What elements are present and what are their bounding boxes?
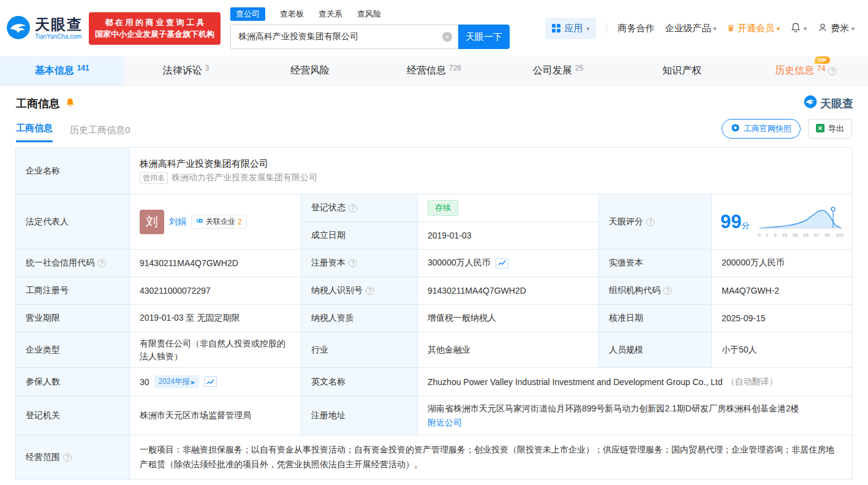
search-button[interactable]: 天眼一下 (458, 25, 510, 49)
value-text: 增值税一般纳税人 (428, 313, 496, 324)
tab-legal[interactable]: 法律诉讼 3 (124, 56, 247, 85)
apps-label: 应用 (564, 23, 583, 34)
search-tab-risk[interactable]: 查风险 (357, 7, 381, 21)
address-label: 注册地址 (301, 396, 418, 435)
value-text: 2019-01-03 至 无固定期限 (140, 313, 240, 324)
company-name: 株洲高科产业投资集团有限公司 (140, 158, 268, 170)
label-text: 行业 (311, 345, 328, 356)
label-text: 注册地址 (311, 410, 345, 421)
export-button[interactable]: 导出 (808, 119, 852, 139)
legal-rep-avatar[interactable]: 刘 (140, 210, 164, 234)
annual-report-badge[interactable]: 2024年报 ▸ (154, 375, 200, 388)
tab-intellectual-property[interactable]: 知识产权 (620, 56, 744, 85)
label-text: 企业名称 (26, 166, 60, 177)
tab-history-info[interactable]: 历史信息 VIP 74 ? (744, 56, 868, 85)
company-type-label: 企业类型 (16, 332, 130, 368)
excel-icon (816, 124, 825, 134)
snapshot-button[interactable]: 工商官网快照 (722, 119, 801, 139)
reg-status-label: 登记状态 ? (301, 194, 418, 222)
business-info-table: 企业名称 株洲高科产业投资集团有限公司 曾用名 株洲动力谷产业投资发展集团有限公… (15, 147, 853, 479)
promo-line1: 都 在 用 的 商 业 查 询 工 具 (95, 17, 214, 29)
credit-code-label: 统一社会信用代码 ? (16, 250, 130, 277)
tianyancha-logo-icon (6, 15, 31, 42)
approval-date-value: 2025-09-15 (712, 305, 853, 332)
subtab-history-business-info[interactable]: 历史工商信息0 (70, 124, 130, 142)
help-icon[interactable]: ? (97, 259, 106, 267)
subtab-business-info[interactable]: 工商信息 (16, 123, 53, 142)
paid-capital-value: 200000万人民币 (712, 250, 853, 277)
notifications-menu[interactable]: ▾ (790, 22, 807, 35)
approval-date-label: 核准日期 (599, 305, 712, 332)
tab-label: 历史信息 (775, 64, 814, 77)
label-text: 企业类型 (26, 345, 60, 356)
search-input[interactable] (230, 25, 458, 49)
insured-trend-icon[interactable] (204, 376, 217, 387)
help-icon[interactable]: ? (349, 259, 357, 267)
vip-label: 开通会员 (738, 23, 774, 34)
address-text: 湖南省株洲市天元区马家河街道仙月环路899号新马动力创新园2.1期D研发厂房株洲… (428, 402, 799, 415)
help-icon[interactable]: ? (828, 67, 837, 75)
subtab-row: 工商信息 历史工商信息0 工商官网快照 导出 (0, 116, 868, 142)
menu-enterprise[interactable]: 企业级产品 ▾ (665, 23, 716, 34)
related-companies-tag[interactable]: 关联企业 2 (191, 215, 247, 229)
help-icon[interactable]: ? (663, 286, 672, 295)
label-text: 成立日期 (311, 230, 345, 241)
help-icon[interactable]: ? (366, 286, 374, 295)
credit-code-value: 91430211MA4Q7GWH2D (130, 250, 301, 277)
tab-company-development[interactable]: 公司发展 25 (496, 56, 620, 85)
label-text: 工商注册号 (26, 285, 69, 296)
chevron-down-icon: ▾ (777, 25, 780, 32)
menu-vip[interactable]: ♛ 开通会员 ▾ (726, 23, 779, 34)
label-text: 参保人数 (26, 376, 60, 388)
value-text: 300000万人民币 (428, 258, 491, 269)
search-tab-boss[interactable]: 查老板 (280, 7, 304, 21)
nearby-companies-link[interactable]: 附近公司 (428, 418, 462, 429)
help-icon[interactable]: ? (349, 204, 357, 212)
former-name-tag: 曾用名 (140, 172, 168, 184)
legal-rep-name-link[interactable]: 刘娟 (169, 216, 186, 227)
apps-menu[interactable]: 应用 ▾ (545, 18, 596, 39)
chevron-down-icon: ▾ (713, 25, 716, 32)
search-tab-company[interactable]: 查公司 (230, 7, 265, 21)
company-name-value: 株洲高科产业投资集团有限公司 曾用名 株洲动力谷产业投资发展集团有限公司 (130, 148, 853, 194)
username-label: 费米 (831, 23, 849, 34)
cooperation-label: 商务合作 (617, 23, 654, 34)
snapshot-label: 工商官网快照 (744, 123, 791, 134)
logo-domain: TianYanCha.com (35, 33, 83, 40)
reg-authority-value: 株洲市天元区市场监督管理局 (130, 396, 301, 435)
value-text: 30 (140, 377, 149, 387)
tab-label: 基本信息 (35, 64, 74, 77)
value-text: 200000万人民币 (722, 258, 785, 269)
tab-label: 公司发展 (533, 64, 572, 77)
establish-date-value: 2019-01-03 (418, 222, 599, 250)
subscribe-bell-icon[interactable] (65, 97, 75, 110)
label-text: 登记状态 (311, 202, 345, 213)
chevron-down-icon: ▾ (586, 25, 589, 32)
help-icon[interactable]: ? (646, 218, 655, 226)
capital-trend-icon[interactable] (496, 258, 508, 269)
clear-icon[interactable]: × (442, 32, 452, 42)
taxpayer-quality-value: 增值税一般纳税人 (418, 305, 599, 332)
chevron-down-icon: ▾ (804, 25, 807, 32)
tab-count: 25 (575, 64, 583, 72)
value-text: 其他金融业 (428, 345, 470, 356)
label-text: 统一社会信用代码 (26, 258, 94, 269)
value-text: 2019-01-03 (428, 231, 472, 240)
tab-operation-info[interactable]: 经营信息 726 (372, 56, 496, 85)
help-icon[interactable]: ? (63, 453, 72, 462)
user-menu[interactable]: 费米 ▾ (817, 22, 855, 35)
search-tab-relation[interactable]: 查关系 (319, 7, 342, 21)
tianyancha-logo[interactable]: 天眼查 TianYanCha.com (6, 15, 83, 42)
enterprise-label: 企业级产品 (665, 23, 711, 34)
tab-operation-risk[interactable]: 经营风险 (248, 56, 372, 85)
user-icon (817, 22, 828, 35)
label-text: 法定代表人 (26, 216, 69, 227)
snapshot-badge-icon (731, 123, 740, 134)
tab-basic-info[interactable]: 基本信息 141 (0, 56, 124, 85)
menu-cooperation[interactable]: 商务合作 (617, 23, 654, 34)
vip-badge: VIP (815, 56, 830, 64)
divider (606, 23, 607, 34)
tab-label: 经营风险 (290, 64, 330, 77)
tab-count: 74 (817, 64, 825, 73)
company-name-label: 企业名称 (16, 148, 130, 194)
